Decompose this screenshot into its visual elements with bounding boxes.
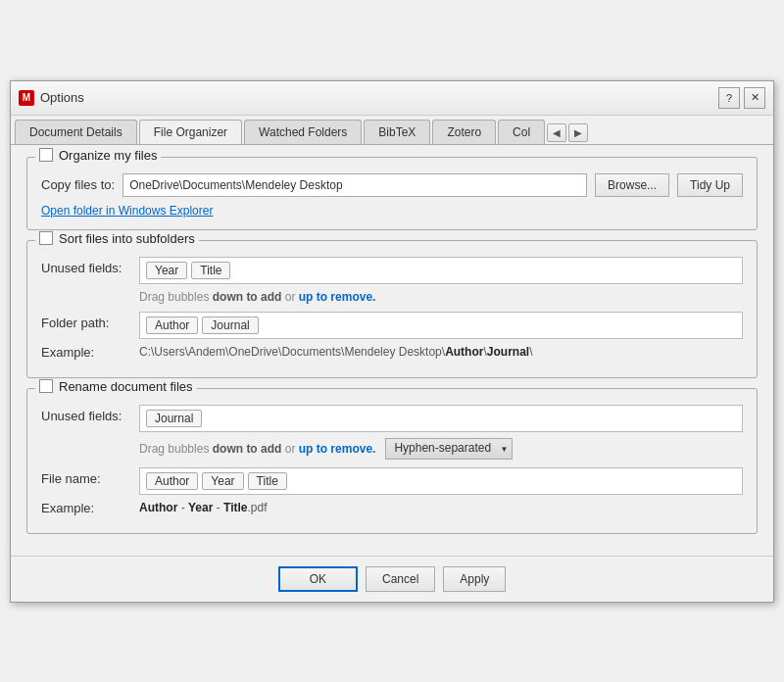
tab-col[interactable]: Col <box>498 120 545 144</box>
cancel-button[interactable]: Cancel <box>366 566 435 592</box>
subfolder-unused-row: Unused fields: Year Title <box>41 257 743 284</box>
title-bar: M Options ? ✕ <box>11 81 773 116</box>
rename-unused-row: Unused fields: Journal <box>41 405 743 432</box>
ok-button[interactable]: OK <box>278 566 358 592</box>
organize-section: Organize my files Copy files to: Browse.… <box>26 157 758 230</box>
rename-checkbox[interactable] <box>39 379 53 393</box>
tab-bibtex[interactable]: BibTeX <box>364 120 430 144</box>
rename-drag-down: down to add <box>213 442 282 456</box>
apply-button[interactable]: Apply <box>443 566 506 592</box>
file-name-row: File name: Author Year Title <box>41 467 743 495</box>
example-journal: Journal <box>487 345 529 359</box>
rename-example-label: Example: <box>41 501 139 515</box>
rename-section: Rename document files Unused fields: Jou… <box>26 388 758 534</box>
copy-path-input[interactable] <box>122 173 587 197</box>
bubble-journal-rename[interactable]: Journal <box>146 410 202 427</box>
subfolder-example-path: C:\Users\Andem\OneDrive\Documents\Mendel… <box>139 345 532 359</box>
rename-drag-up: up to remove. <box>299 442 376 456</box>
subfolder-drag-hint: Drag bubbles down to add or up to remove… <box>139 290 743 304</box>
copy-row: Copy files to: Browse... Tidy Up <box>41 173 743 197</box>
bubble-journal-folder[interactable]: Journal <box>202 317 258 334</box>
rename-title: Rename document files <box>59 379 193 394</box>
subfolder-example-label: Example: <box>41 345 139 360</box>
subfolders-title: Sort files into subfolders <box>59 231 195 246</box>
tidy-up-button[interactable]: Tidy Up <box>677 173 743 197</box>
tab-content: Organize my files Copy files to: Browse.… <box>11 145 773 556</box>
subfolders-checkbox[interactable] <box>39 231 53 245</box>
bubble-author-folder[interactable]: Author <box>146 317 198 334</box>
options-window: M Options ? ✕ Document Details File Orga… <box>10 80 774 603</box>
help-button[interactable]: ? <box>718 87 740 109</box>
subfolders-header: Sort files into subfolders <box>35 231 199 246</box>
bottom-bar: OK Cancel Apply <box>11 556 773 602</box>
bubble-title-unused[interactable]: Title <box>191 262 230 279</box>
tab-file-organizer[interactable]: File Organizer <box>139 120 242 145</box>
folder-path-label: Folder path: <box>41 312 139 330</box>
tab-zotero[interactable]: Zotero <box>432 120 496 144</box>
file-name-label: File name: <box>41 467 139 486</box>
rename-ex-year: Year <box>188 501 213 514</box>
bubble-year-file[interactable]: Year <box>202 472 243 490</box>
subfolder-unused-field: Year Title <box>139 257 743 284</box>
rename-example-path: Author - Year - Title.pdf <box>139 501 268 514</box>
example-author: Author <box>445 345 483 359</box>
drag-down-text: down to add <box>213 290 282 304</box>
subfolder-unused-label: Unused fields: <box>41 257 139 275</box>
close-button[interactable]: ✕ <box>744 87 765 109</box>
tab-watched-folders[interactable]: Watched Folders <box>244 120 362 144</box>
folder-path-field: Author Journal <box>139 312 743 339</box>
organize-header: Organize my files <box>35 148 161 163</box>
separator-dropdown[interactable]: Hyphen-separated <box>385 438 513 460</box>
rename-ex-title: Title <box>223 501 247 514</box>
rename-ex-author: Author <box>139 501 177 514</box>
bubble-author-file[interactable]: Author <box>146 472 198 490</box>
subfolder-example-row: Example: C:\Users\Andem\OneDrive\Documen… <box>41 345 743 360</box>
rename-drag-row: Drag bubbles down to add or up to remove… <box>41 438 743 460</box>
bubble-title-file[interactable]: Title <box>248 472 287 490</box>
organize-title: Organize my files <box>59 148 157 163</box>
open-folder-link[interactable]: Open folder in Windows Explorer <box>41 204 213 218</box>
window-title: Options <box>40 90 84 105</box>
tab-bar: Document Details File Organizer Watched … <box>11 116 773 145</box>
drag-up-text: up to remove. <box>299 290 376 304</box>
rename-drag-hint: Drag bubbles down to add or up to remove… <box>139 442 375 456</box>
subfolders-section: Sort files into subfolders Unused fields… <box>26 240 758 378</box>
rename-unused-field: Journal <box>139 405 743 432</box>
browse-button[interactable]: Browse... <box>595 173 669 197</box>
rename-unused-label: Unused fields: <box>41 405 139 423</box>
rename-header: Rename document files <box>35 379 197 394</box>
app-icon: M <box>19 90 34 106</box>
organize-checkbox[interactable] <box>39 148 53 162</box>
rename-example-row: Example: Author - Year - Title.pdf <box>41 501 743 515</box>
folder-path-row: Folder path: Author Journal <box>41 312 743 339</box>
file-name-field: Author Year Title <box>139 467 743 495</box>
copy-label: Copy files to: <box>41 177 115 192</box>
tab-next-button[interactable]: ▶ <box>568 123 588 142</box>
tab-document-details[interactable]: Document Details <box>15 120 137 144</box>
bubble-year-unused[interactable]: Year <box>146 262 187 279</box>
tab-prev-button[interactable]: ◀ <box>547 123 566 142</box>
